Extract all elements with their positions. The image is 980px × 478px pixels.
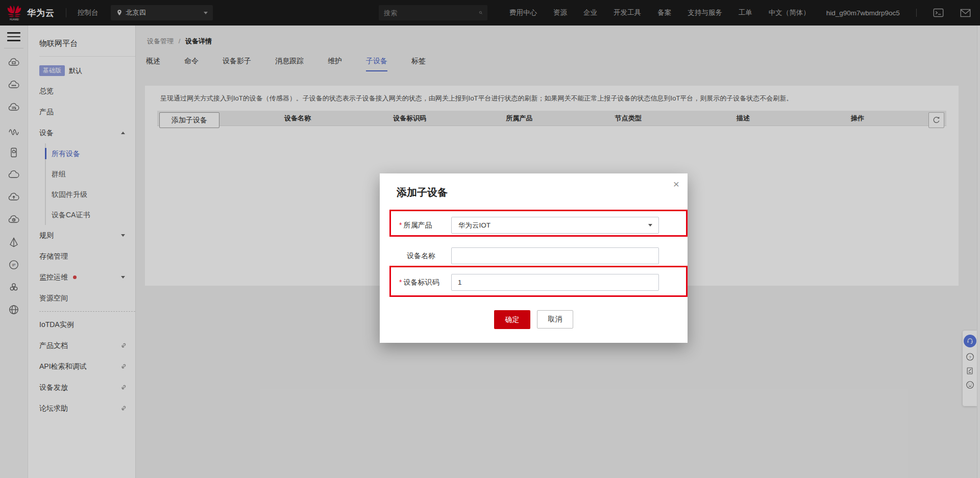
device-name-field [451,247,659,264]
field-label: 所属产品 [403,221,432,229]
device-code-input[interactable] [452,274,658,290]
device-code-field [451,274,659,291]
product-label: *所属产品 [399,217,450,234]
dialog-title: 添加子设备 [397,186,448,199]
close-icon[interactable]: × [673,179,679,189]
add-sub-device-dialog: × 添加子设备 *所属产品 华为云IOT 设备名称 *设备标识码 确定 取消 [380,173,688,343]
dropdown-caret-icon [648,224,652,227]
product-select-value: 华为云IOT [458,217,491,233]
cancel-button[interactable]: 取消 [537,310,573,329]
dialog-footer: 确定 取消 [380,310,688,329]
product-select[interactable]: 华为云IOT [451,217,659,234]
device-code-row: *设备标识码 [380,274,688,291]
required-asterisk: * [399,278,402,286]
required-asterisk: * [399,221,402,229]
field-label: 设备标识码 [403,278,439,286]
device-code-label: *设备标识码 [399,274,450,291]
device-name-input[interactable] [452,248,658,264]
device-name-row: 设备名称 [380,247,688,264]
product-row: *所属产品 华为云IOT [380,217,688,234]
device-name-label: 设备名称 [399,247,450,264]
confirm-button[interactable]: 确定 [494,310,530,329]
